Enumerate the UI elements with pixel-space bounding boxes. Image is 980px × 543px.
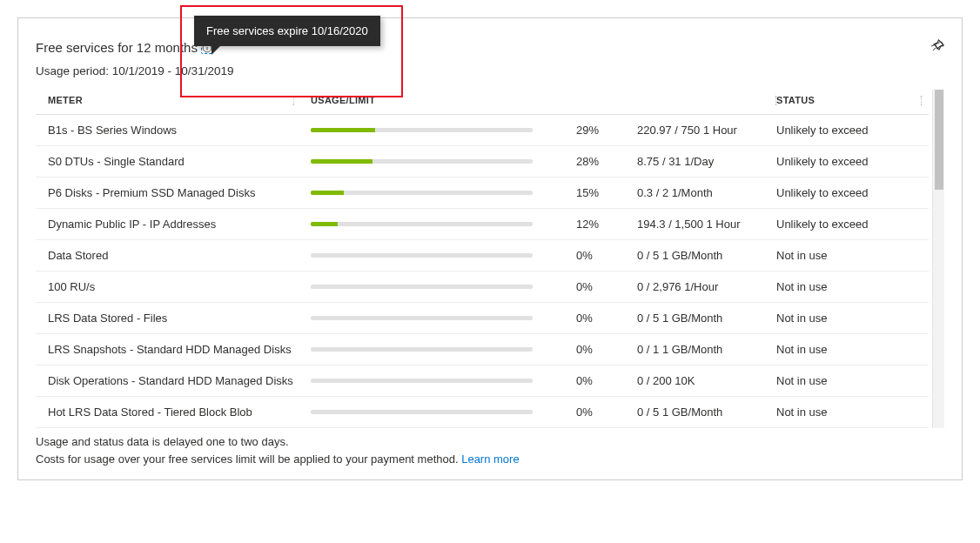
bar-fill [311, 128, 375, 132]
cell-status: Not in use [771, 303, 929, 334]
cell-pct: 0% [571, 365, 632, 397]
cell-status: Unlikely to exceed [771, 178, 929, 209]
table-row: 100 RU/s0%0 / 2,976 1/HourNot in use [36, 272, 929, 303]
cell-status: Unlikely to exceed [771, 209, 929, 240]
bar-track [311, 347, 533, 352]
cell-status: Not in use [771, 272, 929, 303]
table-inner: METER ↑↓ USAGE/LIMIT ↑↓ STATUS ↑↓ [36, 90, 929, 428]
cell-status: Not in use [771, 397, 929, 428]
col-header-limit [632, 90, 771, 115]
bar-fill [311, 222, 338, 226]
table-row: B1s - BS Series Windows29%220.97 / 750 1… [36, 115, 929, 146]
col-header-status[interactable]: STATUS ↑↓ [771, 90, 929, 115]
footer-note: Usage and status data is delayed one to … [36, 433, 944, 467]
scrollbar[interactable] [932, 90, 944, 428]
cell-meter: Hot LRS Data Stored - Tiered Block Blob [36, 397, 305, 428]
table-wrap: METER ↑↓ USAGE/LIMIT ↑↓ STATUS ↑↓ [36, 90, 944, 428]
col-header-usage[interactable]: USAGE/LIMIT ↑↓ [305, 90, 571, 115]
col-header-meter[interactable]: METER ↑↓ [36, 90, 305, 115]
bar-track [311, 222, 533, 226]
cell-meter: B1s - BS Series Windows [36, 115, 305, 146]
table-row: Disk Operations - Standard HDD Managed D… [36, 365, 929, 397]
footer-line2: Costs for usage over your free services … [36, 451, 944, 468]
cell-limit: 0.3 / 2 1/Month [632, 178, 771, 209]
col-header-pct [571, 90, 632, 115]
col-header-usage-label: USAGE/LIMIT [311, 95, 375, 105]
cell-status: Unlikely to exceed [771, 115, 929, 146]
usage-table: METER ↑↓ USAGE/LIMIT ↑↓ STATUS ↑↓ [36, 90, 929, 428]
bar-track [311, 128, 533, 132]
bar-fill [311, 159, 373, 164]
cell-bar [305, 115, 571, 146]
cell-meter: P6 Disks - Premium SSD Managed Disks [36, 178, 305, 209]
cell-bar [305, 178, 571, 209]
card-title: Free services for 12 months [36, 40, 198, 55]
table-row: Data Stored0%0 / 5 1 GB/MonthNot in use [36, 240, 929, 272]
cell-meter: LRS Data Stored - Files [36, 303, 305, 334]
cell-limit: 0 / 200 10K [632, 365, 771, 397]
pin-icon[interactable] [930, 39, 944, 56]
cell-meter: S0 DTUs - Single Standard [36, 146, 305, 178]
usage-period: Usage period: 10/1/2019 - 10/31/2019 [36, 64, 944, 77]
bar-track [311, 379, 533, 383]
cell-bar [305, 397, 571, 428]
bar-track [311, 191, 533, 195]
table-row: LRS Data Stored - Files0%0 / 5 1 GB/Mont… [36, 303, 929, 334]
cell-limit: 0 / 2,976 1/Hour [632, 272, 771, 303]
bar-track [311, 410, 533, 414]
info-tooltip: Free services expire 10/16/2020 [194, 16, 380, 46]
cell-meter: LRS Snapshots - Standard HDD Managed Dis… [36, 334, 305, 365]
svg-rect-1 [206, 46, 207, 50]
cell-meter: Data Stored [36, 240, 305, 272]
cell-meter: Disk Operations - Standard HDD Managed D… [36, 365, 305, 397]
cell-pct: 0% [571, 272, 632, 303]
cell-pct: 0% [571, 397, 632, 428]
card-header: Free services for 12 months [36, 39, 944, 56]
bar-fill [311, 191, 344, 195]
cell-status: Not in use [771, 365, 929, 397]
cell-limit: 194.3 / 1,500 1 Hour [632, 209, 771, 240]
learn-more-link[interactable]: Learn more [461, 452, 519, 466]
scroll-thumb[interactable] [935, 90, 943, 190]
cell-pct: 29% [571, 115, 632, 146]
cell-limit: 220.97 / 750 1 Hour [632, 115, 771, 146]
cell-meter: Dynamic Public IP - IP Addresses [36, 209, 305, 240]
sort-icon: ↑↓ [919, 95, 923, 105]
col-header-meter-label: METER [48, 95, 83, 105]
cell-status: Unlikely to exceed [771, 146, 929, 178]
cell-status: Not in use [771, 240, 929, 272]
cell-limit: 0 / 5 1 GB/Month [632, 397, 771, 428]
cell-bar [305, 303, 571, 334]
bar-track [311, 253, 533, 258]
bar-track [311, 285, 533, 289]
table-row: P6 Disks - Premium SSD Managed Disks15%0… [36, 178, 929, 209]
table-row: Hot LRS Data Stored - Tiered Block Blob0… [36, 397, 929, 428]
col-header-status-label: STATUS [776, 95, 815, 105]
cell-pct: 15% [571, 178, 632, 209]
cell-pct: 28% [571, 146, 632, 178]
cell-bar [305, 240, 571, 272]
cell-pct: 0% [571, 240, 632, 272]
footer-line1: Usage and status data is delayed one to … [36, 433, 944, 451]
cell-bar [305, 334, 571, 365]
cell-limit: 0 / 5 1 GB/Month [632, 303, 771, 334]
cell-meter: 100 RU/s [36, 272, 305, 303]
footer-line2-text: Costs for usage over your free services … [36, 452, 461, 466]
cell-bar [305, 272, 571, 303]
cell-pct: 0% [571, 334, 632, 365]
table-row: Dynamic Public IP - IP Addresses12%194.3… [36, 209, 929, 240]
free-services-card: Free services expire 10/16/2020 Free ser… [17, 17, 963, 480]
cell-bar [305, 365, 571, 397]
cell-limit: 8.75 / 31 1/Day [632, 146, 771, 178]
sort-icon: ↑↓ [292, 95, 296, 105]
cell-pct: 0% [571, 303, 632, 334]
table-row: LRS Snapshots - Standard HDD Managed Dis… [36, 334, 929, 365]
bar-track [311, 316, 533, 320]
cell-bar [305, 209, 571, 240]
cell-limit: 0 / 1 1 GB/Month [632, 334, 771, 365]
cell-limit: 0 / 5 1 GB/Month [632, 240, 771, 272]
cell-status: Not in use [771, 334, 929, 365]
cell-bar [305, 146, 571, 178]
bar-track [311, 159, 533, 164]
table-row: S0 DTUs - Single Standard28%8.75 / 31 1/… [36, 146, 929, 178]
